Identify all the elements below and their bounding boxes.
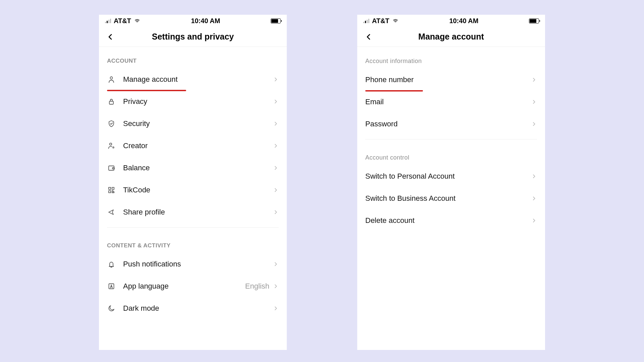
row-label: Share profile — [123, 208, 273, 217]
wifi-icon — [134, 18, 141, 23]
row-label: Dark mode — [123, 304, 273, 313]
qr-icon — [107, 186, 116, 194]
status-right — [529, 18, 539, 23]
carrier-label: AT&T — [114, 17, 131, 25]
chevron-right-icon — [531, 121, 537, 127]
wifi-icon — [392, 18, 399, 23]
row-push-notifications[interactable]: Push notifications — [99, 253, 287, 275]
lock-icon — [107, 97, 116, 106]
row-delete-account[interactable]: Delete account — [357, 209, 545, 232]
row-label: Switch to Personal Account — [365, 172, 531, 181]
row-switch-business[interactable]: Switch to Business Account — [357, 187, 545, 209]
row-share-profile[interactable]: Share profile — [99, 201, 287, 223]
row-label: App language — [123, 282, 245, 291]
row-label: Privacy — [123, 97, 273, 106]
row-label: Delete account — [365, 216, 531, 225]
chevron-right-icon — [273, 209, 279, 215]
chevron-right-icon — [273, 187, 279, 193]
section-header-info: Account information — [357, 47, 545, 69]
nav-bar: Manage account — [357, 27, 545, 47]
chevron-right-icon — [531, 99, 537, 105]
status-left: AT&T — [363, 17, 399, 25]
row-email[interactable]: Email — [357, 91, 545, 113]
divider — [107, 227, 279, 228]
nav-bar: Settings and privacy — [99, 27, 287, 47]
phone-settings: AT&T 10:40 AM Settings and privacy ACCOU… — [99, 15, 287, 350]
divider — [365, 139, 537, 139]
row-switch-personal[interactable]: Switch to Personal Account — [357, 165, 545, 187]
chevron-right-icon — [531, 218, 537, 224]
row-privacy[interactable]: Privacy — [99, 90, 287, 113]
wallet-icon — [107, 164, 116, 172]
row-label: Password — [365, 120, 531, 128]
chevron-left-icon — [365, 33, 373, 41]
row-label: Security — [123, 119, 273, 128]
status-time: 10:40 AM — [449, 17, 478, 25]
row-phone-number[interactable]: Phone number — [357, 69, 545, 91]
chevron-right-icon — [531, 173, 537, 179]
shield-icon — [107, 119, 116, 128]
letter-a-icon — [107, 282, 116, 291]
row-label: Creator — [123, 141, 273, 150]
row-label: Switch to Business Account — [365, 194, 531, 203]
chevron-right-icon — [273, 165, 279, 171]
bell-icon — [107, 260, 116, 268]
back-button[interactable] — [106, 32, 115, 42]
chevron-right-icon — [273, 305, 279, 311]
row-value: English — [245, 282, 269, 291]
row-label: Balance — [123, 164, 273, 172]
chevron-right-icon — [531, 77, 537, 83]
carrier-label: AT&T — [372, 17, 389, 25]
person-star-icon — [107, 141, 116, 150]
chevron-right-icon — [273, 143, 279, 149]
chevron-left-icon — [106, 33, 114, 41]
chevron-right-icon — [273, 76, 279, 82]
signal-icon — [363, 18, 369, 23]
row-app-language[interactable]: App language English — [99, 275, 287, 297]
status-right — [271, 18, 281, 23]
moon-icon — [107, 304, 116, 313]
row-label: Push notifications — [123, 260, 273, 268]
section-header-control: Account control — [357, 143, 545, 165]
back-button[interactable] — [364, 32, 373, 42]
chevron-right-icon — [273, 99, 279, 105]
section-header-content: CONTENT & ACTIVITY — [99, 232, 287, 253]
person-icon — [107, 75, 116, 84]
row-balance[interactable]: Balance — [99, 157, 287, 179]
phone-manage-account: AT&T 10:40 AM Manage account Account inf… — [357, 15, 545, 350]
row-creator[interactable]: Creator — [99, 135, 287, 157]
row-security[interactable]: Security — [99, 113, 287, 135]
chevron-right-icon — [531, 195, 537, 201]
page-title: Manage account — [418, 32, 484, 42]
status-bar: AT&T 10:40 AM — [357, 15, 545, 27]
section-header-account: ACCOUNT — [99, 47, 287, 68]
row-label: Manage account — [123, 75, 273, 84]
status-bar: AT&T 10:40 AM — [99, 15, 287, 27]
share-icon — [107, 208, 116, 217]
row-password[interactable]: Password — [357, 113, 545, 135]
battery-icon — [529, 18, 539, 23]
row-dark-mode[interactable]: Dark mode — [99, 297, 287, 319]
row-label: Email — [365, 98, 531, 106]
status-time: 10:40 AM — [191, 17, 220, 25]
status-left: AT&T — [105, 17, 141, 25]
chevron-right-icon — [273, 121, 279, 127]
page-title: Settings and privacy — [152, 32, 234, 42]
row-label: Phone number — [365, 75, 531, 84]
signal-icon — [105, 18, 111, 23]
row-label: TikCode — [123, 186, 273, 194]
row-manage-account[interactable]: Manage account — [99, 68, 287, 90]
battery-icon — [271, 18, 281, 23]
chevron-right-icon — [273, 283, 279, 289]
chevron-right-icon — [273, 261, 279, 267]
row-tikcode[interactable]: TikCode — [99, 179, 287, 201]
